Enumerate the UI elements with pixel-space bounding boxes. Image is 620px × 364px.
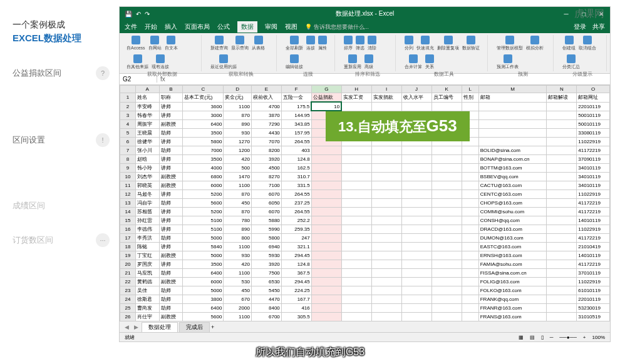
cell[interactable] xyxy=(401,225,431,233)
cell[interactable] xyxy=(401,172,431,181)
row-header[interactable]: 1 xyxy=(120,93,136,103)
row-header[interactable]: 5 xyxy=(120,128,136,137)
cell[interactable]: 7500 xyxy=(251,268,281,277)
cell[interactable]: 黄鹤德 xyxy=(136,277,160,286)
cell[interactable]: BSBEV@qq.com xyxy=(478,172,547,181)
cell[interactable] xyxy=(478,111,547,119)
cell[interactable]: 5800 xyxy=(251,233,281,242)
cell[interactable]: COMMI@sohu.com xyxy=(478,207,547,216)
cell[interactable] xyxy=(547,216,577,225)
cell[interactable]: 41172219 xyxy=(577,260,610,268)
cell[interactable]: 副教授 xyxy=(159,251,183,260)
tab-review[interactable]: 审阅 xyxy=(265,23,277,31)
cell[interactable]: BOTTM@163.com xyxy=(478,163,547,172)
cell[interactable] xyxy=(371,277,401,286)
cell[interactable]: 4700 xyxy=(251,102,281,111)
cell[interactable]: 450 xyxy=(224,198,251,207)
cell[interactable]: 7070 xyxy=(251,137,281,146)
ribbon-btn[interactable]: 分列 xyxy=(404,35,414,52)
cell[interactable]: 李安峰 xyxy=(136,102,160,111)
cell[interactable]: 韩小玲 xyxy=(136,163,160,172)
cell[interactable] xyxy=(431,303,462,312)
tab-layout[interactable]: 页面布局 xyxy=(185,23,210,31)
ribbon-btn[interactable]: 排序 xyxy=(343,35,353,52)
cell[interactable]: 1470 xyxy=(224,172,251,181)
cell[interactable] xyxy=(341,233,371,242)
cell[interactable]: 讲师 xyxy=(159,111,183,119)
cell[interactable] xyxy=(547,207,577,216)
view-normal-icon[interactable]: ▦ xyxy=(519,335,524,340)
cell[interactable]: 530 xyxy=(224,277,251,286)
tab-home[interactable]: 开始 xyxy=(145,23,157,31)
ribbon-btn[interactable]: 预测工作表 xyxy=(496,54,519,71)
cell[interactable]: 224.25 xyxy=(281,286,311,295)
ribbon-btn[interactable]: 最近使用的源 xyxy=(210,54,237,71)
row-header[interactable]: 23 xyxy=(120,286,136,295)
cell[interactable]: 3920 xyxy=(251,154,281,163)
cell[interactable] xyxy=(462,260,478,268)
lesson-item-2[interactable]: 区间设置 ! xyxy=(13,133,119,147)
cell[interactable]: 徐斯君 xyxy=(136,295,160,303)
cell[interactable]: 34010119 xyxy=(577,181,610,190)
row-header[interactable]: 24 xyxy=(120,295,136,303)
cell[interactable] xyxy=(401,295,431,303)
cell[interactable]: 讲师 xyxy=(159,225,183,233)
cell[interactable]: EASTC@163.com xyxy=(478,242,547,251)
row-header[interactable]: 20 xyxy=(120,260,136,268)
cell[interactable] xyxy=(431,216,462,225)
cell[interactable] xyxy=(462,163,478,172)
cell[interactable] xyxy=(311,233,341,242)
cell[interactable]: 讲师 xyxy=(159,216,183,225)
cell[interactable]: 5000 xyxy=(183,286,224,295)
col-header[interactable]: E xyxy=(251,86,281,93)
cell[interactable]: 247 xyxy=(281,233,311,242)
row-header[interactable]: 16 xyxy=(120,225,136,233)
cell[interactable] xyxy=(341,286,371,295)
cell[interactable] xyxy=(371,312,401,321)
cell[interactable] xyxy=(547,251,577,260)
cell[interactable] xyxy=(462,268,478,277)
cell[interactable] xyxy=(547,198,577,207)
ribbon-btn[interactable]: 模拟分析 xyxy=(525,35,544,52)
cell[interactable] xyxy=(547,181,577,190)
cell[interactable] xyxy=(547,111,577,119)
row-header[interactable]: 18 xyxy=(120,242,136,251)
cell[interactable]: 37090119 xyxy=(577,154,610,163)
cell[interactable] xyxy=(462,172,478,181)
cell[interactable]: 33080119 xyxy=(577,128,610,137)
row-header[interactable]: 8 xyxy=(120,154,136,163)
cell[interactable]: 6530 xyxy=(251,277,281,286)
cell[interactable]: FRANS@163.com xyxy=(478,312,547,321)
cell[interactable] xyxy=(547,119,577,128)
cell[interactable] xyxy=(431,242,462,251)
cell[interactable]: 吴佳 xyxy=(136,286,160,295)
col-header[interactable]: A xyxy=(136,86,160,93)
cell[interactable]: 5100 xyxy=(183,225,224,233)
ribbon-btn[interactable]: 自文本 xyxy=(164,35,178,52)
cell[interactable]: 11022919 xyxy=(577,190,610,198)
cell[interactable]: ERNSH@163.com xyxy=(478,251,547,260)
select-all-corner[interactable] xyxy=(120,86,136,93)
cell[interactable]: 144.95 xyxy=(281,111,311,119)
cell[interactable]: 郭晓英 xyxy=(136,181,160,190)
cell[interactable]: 讲师 xyxy=(159,102,183,111)
row-header[interactable]: 12 xyxy=(120,190,136,198)
cell[interactable]: 助师 xyxy=(159,268,183,277)
cell[interactable] xyxy=(431,172,462,181)
cell[interactable] xyxy=(341,172,371,181)
col-header[interactable]: I xyxy=(371,86,401,93)
cell[interactable] xyxy=(401,163,431,172)
sheet-nav-next[interactable]: ▶ xyxy=(132,324,140,330)
cell[interactable] xyxy=(371,190,401,198)
cell[interactable]: 1100 xyxy=(224,102,251,111)
cell[interactable] xyxy=(547,128,577,137)
cell[interactable]: 14010119 xyxy=(577,216,610,225)
cell[interactable]: 5200 xyxy=(183,190,224,198)
cell[interactable] xyxy=(341,242,371,251)
cell[interactable] xyxy=(311,216,341,225)
cell[interactable]: 徐健华 xyxy=(136,137,160,146)
cell[interactable] xyxy=(478,102,547,111)
cell[interactable] xyxy=(431,286,462,295)
cell[interactable] xyxy=(341,295,371,303)
cell[interactable]: 助师 xyxy=(159,286,183,295)
